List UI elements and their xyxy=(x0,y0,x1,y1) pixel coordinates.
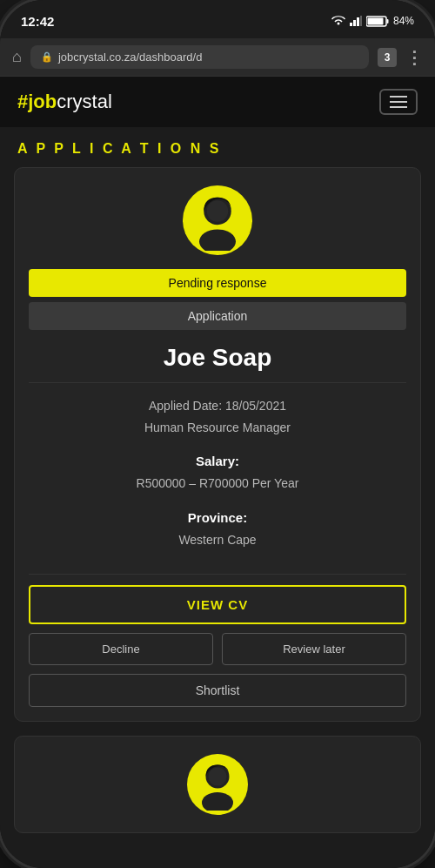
application-type-badge: Application xyxy=(29,302,406,330)
province-group: Province: Western Cape xyxy=(32,506,403,551)
svg-rect-3 xyxy=(360,16,362,26)
battery-percent: 84% xyxy=(393,15,414,27)
action-row: Decline Review later xyxy=(29,633,406,665)
shortlist-button[interactable]: Shortlist xyxy=(29,674,406,707)
status-icons: 84% xyxy=(331,15,414,27)
hamburger-line-1 xyxy=(390,96,407,98)
svg-rect-1 xyxy=(353,20,356,26)
applied-date: Applied Date: 18/05/2021 xyxy=(32,395,403,417)
card-details: Applied Date: 18/05/2021 Human Resource … xyxy=(15,383,420,574)
card-avatar-section xyxy=(15,168,420,264)
phone-screen: 12:42 xyxy=(0,0,435,868)
svg-point-8 xyxy=(199,230,236,252)
home-icon[interactable]: ⌂ xyxy=(12,48,22,66)
job-title: Human Resource Manager xyxy=(32,417,403,439)
url-bar[interactable]: 🔒 jobcrystal.co.za/dashboard/d xyxy=(30,45,369,69)
browser-menu-icon[interactable]: ⋮ xyxy=(405,47,423,68)
svg-point-12 xyxy=(209,767,227,785)
app-header: #jobcrystal xyxy=(0,77,435,127)
second-avatar xyxy=(187,754,248,815)
salary-group: Salary: R500000 – R700000 Per Year xyxy=(32,449,403,495)
section-title: A p p l i c a t i o n s xyxy=(0,127,435,167)
url-text: jobcrystal.co.za/dashboard/d xyxy=(58,50,202,64)
review-later-button[interactable]: Review later xyxy=(222,633,406,665)
svg-point-11 xyxy=(202,792,233,811)
svg-rect-5 xyxy=(386,19,388,24)
applicant-name: Joe Soap xyxy=(15,339,420,382)
view-cv-button[interactable]: VIEW CV xyxy=(29,585,406,624)
applied-date-group: Applied Date: 18/05/2021 Human Resource … xyxy=(32,395,403,439)
svg-point-9 xyxy=(207,200,229,222)
province-value: Western Cape xyxy=(32,529,403,551)
phone-frame: 12:42 xyxy=(0,0,435,868)
second-avatar-svg xyxy=(191,758,244,811)
svg-rect-6 xyxy=(367,17,383,24)
wifi-icon xyxy=(331,16,345,26)
browser-bar: ⌂ 🔒 jobcrystal.co.za/dashboard/d 3 ⋮ xyxy=(0,38,435,77)
svg-rect-0 xyxy=(350,23,352,26)
hamburger-line-3 xyxy=(390,106,407,108)
logo-crystal: crystal xyxy=(57,91,112,112)
province-label: Province: xyxy=(32,506,403,529)
card-actions: VIEW CV Decline Review later Shortlist xyxy=(15,575,420,721)
logo-hashtag-job: #job xyxy=(17,91,57,112)
signal-icon xyxy=(350,16,362,26)
hamburger-button[interactable] xyxy=(379,89,418,115)
battery-icon xyxy=(366,16,389,27)
avatar xyxy=(183,185,252,255)
hamburger-line-2 xyxy=(390,101,407,103)
decline-button[interactable]: Decline xyxy=(29,633,213,665)
lock-icon: 🔒 xyxy=(41,51,53,63)
salary-label: Salary: xyxy=(32,449,403,473)
app-logo: #jobcrystal xyxy=(17,91,112,113)
status-time: 12:42 xyxy=(21,14,54,29)
tab-count[interactable]: 3 xyxy=(378,48,397,67)
salary-value: R500000 – R700000 Per Year xyxy=(32,473,403,495)
app-content: #jobcrystal A p p l i c a t i o n s xyxy=(0,77,435,859)
avatar-svg xyxy=(187,190,248,251)
status-bar: 12:42 xyxy=(0,0,435,38)
pending-badge: Pending response xyxy=(29,269,406,297)
second-card-preview xyxy=(14,736,421,833)
application-card: Pending response Application Joe Soap Ap… xyxy=(14,167,421,722)
svg-rect-2 xyxy=(357,17,359,26)
